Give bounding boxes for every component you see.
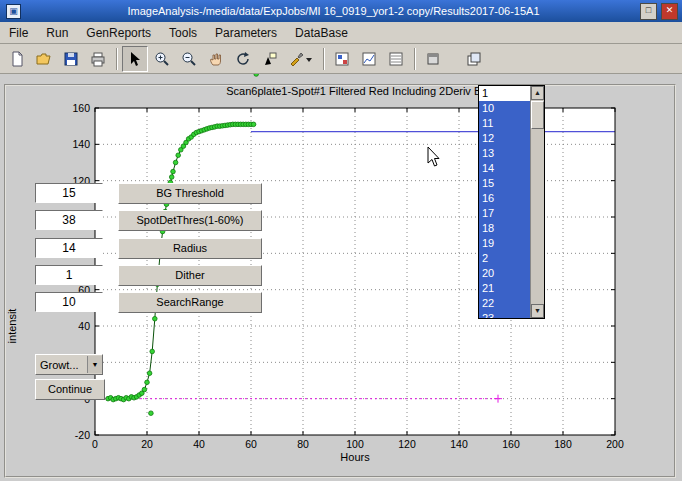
- pointer-icon: [127, 51, 143, 67]
- menu-database[interactable]: DataBase: [286, 24, 357, 42]
- list-item[interactable]: 16: [479, 191, 531, 206]
- list-item[interactable]: 2: [479, 251, 531, 266]
- scrollbar-thumb[interactable]: [531, 101, 544, 129]
- menu-parameters[interactable]: Parameters: [206, 24, 286, 42]
- svg-text:Scan6plate1-Spot#1 Filtered Re: Scan6plate1-Spot#1 Filtered Red Includin…: [226, 85, 483, 97]
- growth-popup-menu[interactable]: Growt... ▼: [35, 354, 103, 375]
- svg-text:120: 120: [398, 438, 416, 450]
- svg-text:140: 140: [72, 138, 90, 150]
- svg-text:20: 20: [141, 438, 153, 450]
- searchrange-button[interactable]: SearchRange: [118, 292, 262, 313]
- svg-text:160: 160: [502, 438, 520, 450]
- app-icon: ▣: [6, 4, 21, 19]
- main-window: ▣ ImageAnalysis-/media/data/ExpJobs/MI 1…: [0, 0, 682, 481]
- svg-text:60: 60: [245, 438, 257, 450]
- svg-text:180: 180: [554, 438, 572, 450]
- pointer-button[interactable]: [122, 46, 148, 72]
- zoom-in-icon: [154, 51, 170, 67]
- dropdown-items: 1 10 11 12 13 14 15 16 17 18 19 2 20 21 …: [479, 86, 531, 318]
- pan-hand-icon: [208, 51, 224, 67]
- dropdown-scrollbar[interactable]: ▲ ▼: [530, 86, 544, 318]
- brush-button[interactable]: [284, 46, 318, 72]
- hide-plot-tools-icon: [425, 51, 441, 67]
- figure-palette-button[interactable]: [329, 46, 355, 72]
- open-folder-icon: [36, 51, 52, 67]
- svg-text:160: 160: [72, 102, 90, 114]
- svg-text:80: 80: [297, 438, 309, 450]
- spotdetthres-field[interactable]: 38: [35, 210, 103, 230]
- hide-plot-tools-button[interactable]: [420, 46, 446, 72]
- zoom-in-button[interactable]: [149, 46, 175, 72]
- list-item[interactable]: 17: [479, 206, 531, 221]
- rotate-3d-button[interactable]: [230, 46, 256, 72]
- property-editor-icon: [388, 51, 404, 67]
- list-item[interactable]: 14: [479, 161, 531, 176]
- svg-text:100: 100: [346, 438, 364, 450]
- print-button[interactable]: [85, 46, 111, 72]
- brush-icon: [289, 51, 313, 67]
- pan-button[interactable]: [203, 46, 229, 72]
- figure-area: 020406080100120140160180200-200204060801…: [0, 74, 682, 481]
- dock-figure-icon: [466, 51, 482, 67]
- svg-text:0: 0: [92, 438, 98, 450]
- save-button[interactable]: [58, 46, 84, 72]
- list-item[interactable]: 19: [479, 236, 531, 251]
- figure-palette-icon: [334, 51, 350, 67]
- toolbar-separator: [116, 48, 118, 70]
- growth-popup-label: Growt...: [36, 356, 87, 374]
- list-item[interactable]: 15: [479, 176, 531, 191]
- print-icon: [90, 51, 106, 67]
- window-title: ImageAnalysis-/media/data/ExpJobs/MI 16_…: [27, 5, 640, 17]
- data-cursor-button[interactable]: [257, 46, 283, 72]
- dither-button[interactable]: Dither: [118, 265, 262, 286]
- spot-number-dropdown-list[interactable]: 1 10 11 12 13 14 15 16 17 18 19 2 20 21 …: [478, 85, 545, 319]
- svg-text:40: 40: [193, 438, 205, 450]
- svg-text:200: 200: [606, 438, 624, 450]
- rotate-3d-icon: [235, 51, 251, 67]
- list-item[interactable]: 13: [479, 146, 531, 161]
- open-file-button[interactable]: [31, 46, 57, 72]
- data-cursor-icon: [262, 51, 278, 67]
- save-icon: [63, 51, 79, 67]
- scroll-up-icon[interactable]: ▲: [531, 86, 544, 100]
- svg-text:140: 140: [450, 438, 468, 450]
- property-editor-button[interactable]: [383, 46, 409, 72]
- list-item[interactable]: 12: [479, 131, 531, 146]
- list-item[interactable]: 18: [479, 221, 531, 236]
- close-button[interactable]: ✕: [661, 3, 678, 20]
- list-item[interactable]: 10: [479, 101, 531, 116]
- menubar: File Run GenReports Tools Parameters Dat…: [0, 22, 682, 44]
- list-item[interactable]: 11: [479, 116, 531, 131]
- list-item[interactable]: 22: [479, 296, 531, 311]
- radius-button[interactable]: Radius: [118, 238, 262, 259]
- svg-text:40: 40: [78, 320, 90, 332]
- plot-browser-button[interactable]: [356, 46, 382, 72]
- bg-threshold-button[interactable]: BG Threshold: [118, 183, 262, 204]
- dither-field[interactable]: 1: [35, 265, 103, 285]
- svg-text:-20: -20: [75, 429, 90, 441]
- menu-genreports[interactable]: GenReports: [77, 24, 160, 42]
- toolbar-separator: [323, 48, 325, 70]
- plot-browser-icon: [361, 51, 377, 67]
- titlebar[interactable]: ▣ ImageAnalysis-/media/data/ExpJobs/MI 1…: [0, 0, 682, 22]
- radius-field[interactable]: 14: [35, 238, 103, 258]
- dock-figure-button[interactable]: [461, 46, 487, 72]
- menu-tools[interactable]: Tools: [160, 24, 206, 42]
- searchrange-field[interactable]: 10: [35, 292, 103, 312]
- zoom-out-button[interactable]: [176, 46, 202, 72]
- continue-button[interactable]: Continue: [35, 379, 105, 400]
- bg-threshold-field[interactable]: 15: [35, 183, 103, 203]
- menu-run[interactable]: Run: [37, 24, 77, 42]
- menu-file[interactable]: File: [0, 24, 37, 42]
- new-file-button[interactable]: [4, 46, 30, 72]
- spotdetthres-button[interactable]: SpotDetThres(1-60%): [118, 210, 262, 231]
- list-item[interactable]: 21: [479, 281, 531, 296]
- scroll-down-icon[interactable]: ▼: [531, 304, 544, 318]
- list-item[interactable]: 20: [479, 266, 531, 281]
- maximize-button[interactable]: □: [640, 3, 657, 20]
- new-file-icon: [9, 51, 25, 67]
- list-item[interactable]: 23: [479, 311, 531, 318]
- toolbar: [0, 44, 682, 74]
- list-item[interactable]: 1: [479, 86, 531, 101]
- chevron-down-icon: ▼: [87, 356, 102, 373]
